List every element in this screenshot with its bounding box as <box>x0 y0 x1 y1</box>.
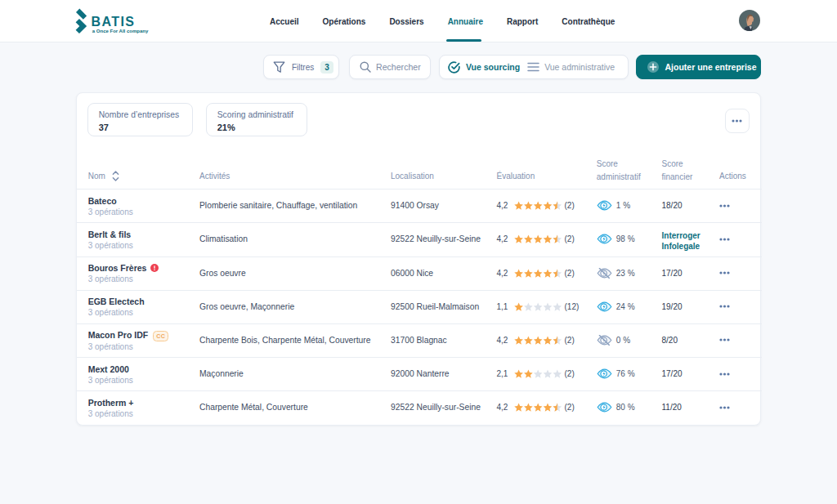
svg-text:a Once For All company: a Once For All company <box>92 29 149 33</box>
svg-text:BATIS: BATIS <box>92 15 136 29</box>
